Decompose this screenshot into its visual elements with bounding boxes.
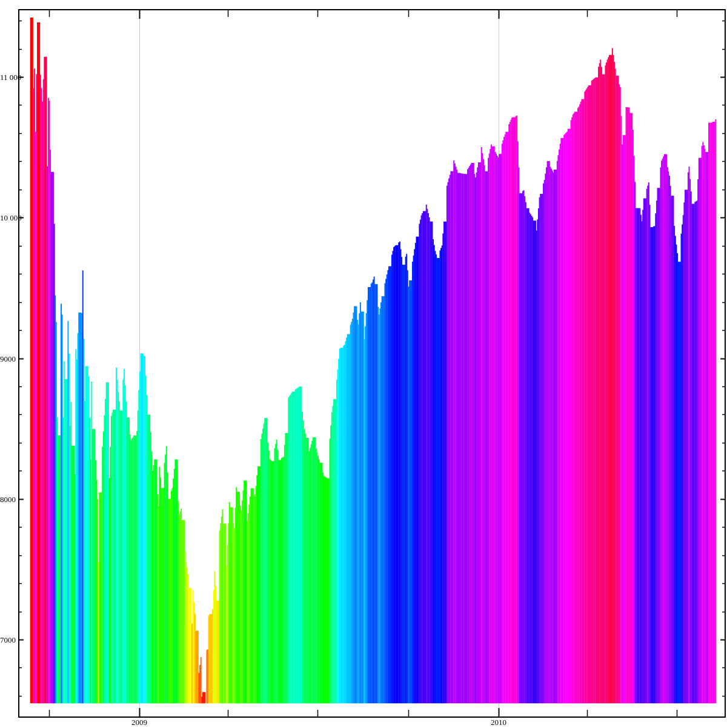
chart-figure: 70008000900010 00011 00020092010 <box>0 0 727 728</box>
rainbow-area-chart-canvas <box>0 0 727 728</box>
